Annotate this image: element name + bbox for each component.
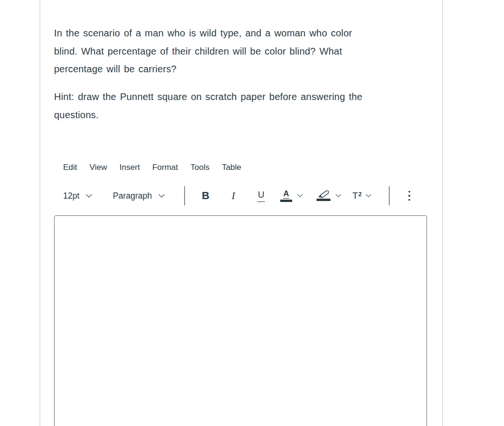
toolbar-divider [184,186,185,205]
italic-button[interactable]: I [219,186,247,206]
editor-menubar: Edit View Insert Format Tools Table [57,161,248,174]
block-format-select[interactable]: Paragraph [113,186,165,206]
question-panel: In the scenario of a man who is wild typ… [40,0,443,426]
menu-edit[interactable]: Edit [57,161,83,174]
question-text: In the scenario of a man who is wild typ… [54,24,352,78]
superscript-icon: T2 [352,191,362,201]
chevron-down-icon [297,194,303,198]
underline-icon: U [257,190,265,202]
chevron-down-icon [365,194,372,198]
underline-button[interactable]: U [247,186,275,206]
bold-icon: B [202,190,209,202]
editor-toolbar: 12pt Paragraph B I U [40,186,442,206]
highlight-color-button[interactable] [317,186,341,206]
superscript-button[interactable]: T2 [352,186,372,206]
menu-tools[interactable]: Tools [184,161,216,174]
font-size-select[interactable]: 12pt [63,186,92,206]
chevron-down-icon [335,194,341,198]
highlighter-icon [317,191,330,201]
chevron-down-icon [158,194,165,198]
question-hint: Hint: draw the Punnett square on scratch… [54,88,362,124]
chevron-down-icon [86,194,92,198]
block-format-value: Paragraph [113,191,152,201]
text-color-icon: A [280,190,292,202]
text-color-button[interactable]: A [280,186,303,206]
menu-view[interactable]: View [83,161,113,174]
menu-insert[interactable]: Insert [113,161,146,174]
vertical-ellipsis-icon [408,191,410,193]
bold-button[interactable]: B [192,186,219,206]
more-options-button[interactable] [403,186,416,206]
editor-body[interactable] [54,215,427,426]
font-size-value: 12pt [63,191,79,201]
menu-table[interactable]: Table [216,161,248,174]
menu-format[interactable]: Format [146,161,184,174]
toolbar-divider [389,186,390,205]
italic-icon: I [231,190,235,202]
